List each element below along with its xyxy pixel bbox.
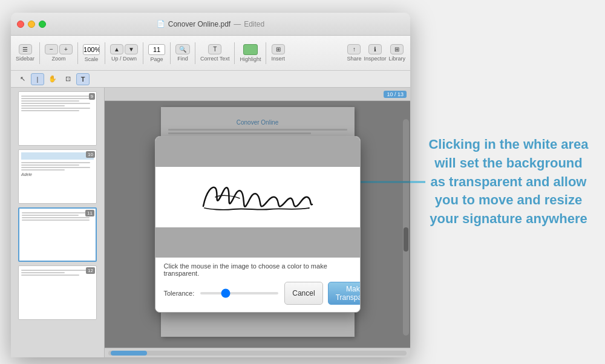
page-badge-10: 10 [86, 151, 95, 158]
inspector-button[interactable]: ℹ [368, 44, 382, 54]
page-badge-11: 11 [85, 210, 94, 216]
dialog-image-top-gray [155, 137, 360, 167]
toolbar-separator-6 [195, 42, 195, 64]
main-toolbar: ☰ Sidebar − + Zoom Scale ▲ ▼ [11, 36, 410, 71]
toolbar-separator-5 [170, 42, 171, 64]
highlight-color-swatch[interactable] [243, 44, 258, 55]
page-badge-9: 9 [89, 93, 95, 100]
dialog-image-white[interactable] [155, 167, 360, 227]
minimize-button[interactable] [28, 21, 35, 28]
page-label: Page [151, 56, 163, 62]
window-title: Conover Online.pdf [168, 20, 231, 28]
horizontal-scrollbar-thumb[interactable] [111, 351, 147, 356]
scale-label: Scale [85, 56, 99, 62]
toolbar-separator-1 [39, 42, 40, 64]
sidebar-label: Sidebar [16, 56, 34, 62]
toolbar-separator-7 [234, 42, 235, 64]
share-button[interactable]: ↑ [347, 44, 361, 54]
prev-page-button[interactable]: ▲ [110, 44, 123, 54]
tolerance-slider[interactable] [200, 292, 278, 294]
traffic-lights [17, 21, 46, 28]
page-number-input[interactable] [148, 44, 165, 55]
dialog-image-area[interactable] [155, 137, 360, 258]
tools-bar: ↖ | ✋ ⊡ T [11, 71, 410, 88]
dialog-image-bottom-gray [155, 227, 360, 258]
sidebar-toolbar-group: ☰ Sidebar [16, 44, 34, 62]
page-indicator: 10 / 13 [384, 91, 407, 98]
inspector-toolbar-group: ℹ Inspector [364, 44, 386, 62]
annotation-tool-button[interactable]: T [76, 73, 90, 85]
zoom-out-button[interactable]: − [45, 44, 58, 54]
dialog-overlay: Click the mouse in the image to choose a… [105, 101, 410, 348]
share-label: Share [347, 56, 361, 62]
correct-text-button[interactable]: T [208, 44, 221, 54]
main-content: 9 Adele 10 [11, 88, 410, 357]
find-label: Find [177, 56, 188, 62]
next-page-button[interactable]: ▼ [125, 44, 138, 54]
make-transparent-button[interactable]: Make Transparent [328, 282, 361, 305]
toolbar-separator-8 [266, 42, 266, 64]
text-cursor-tool-button[interactable]: | [31, 73, 44, 85]
find-toolbar-group: 🔍 Find [175, 44, 190, 62]
correct-text-label: Correct Text [200, 56, 229, 62]
fullscreen-button[interactable] [39, 21, 46, 28]
correct-text-group: T Correct Text [200, 44, 229, 62]
doc-header-bar: 10 / 13 [105, 88, 410, 101]
insert-toolbar-group: ⊞ Insert [271, 44, 285, 62]
tolerance-label: Tolerance: [164, 290, 195, 297]
close-button[interactable] [17, 21, 24, 28]
horizontal-scrollbar[interactable] [108, 351, 407, 356]
insert-button[interactable]: ⊞ [272, 44, 285, 54]
selection-tool-button[interactable]: ↖ [16, 73, 29, 85]
find-button[interactable]: 🔍 [175, 44, 190, 54]
highlight-toolbar-group: Highlight [240, 44, 261, 62]
inspector-label: Inspector [364, 56, 386, 62]
page-thumbnail-12[interactable]: 12 [13, 265, 102, 320]
annotation-text: Clicking in the white area will set the … [428, 135, 589, 229]
share-toolbar-group: ↑ Share [347, 44, 361, 62]
dialog-instruction-text: Click the mouse in the image to choose a… [164, 262, 352, 277]
title-bar: 📄 Conover Online.pdf — Edited [11, 13, 410, 36]
library-button[interactable]: ⊞ [390, 44, 404, 54]
crop-tool-button[interactable]: ⊡ [61, 73, 74, 85]
library-label: Library [388, 56, 405, 62]
zoom-toolbar-group: − + Zoom [45, 44, 73, 62]
page-toolbar-group: Page [148, 44, 165, 62]
window-title-area: 📄 Conover Online.pdf — Edited [157, 20, 264, 28]
dialog-controls-row: Tolerance: Cancel Make Transparent [164, 282, 352, 305]
highlight-label: Highlight [240, 56, 261, 62]
window-subtitle: Edited [244, 20, 264, 28]
toolbar-separator-3 [105, 42, 105, 64]
sidebar-toggle-button[interactable]: ☰ [19, 44, 32, 54]
pan-tool-button[interactable]: ✋ [46, 73, 59, 85]
annotation-area: Clicking in the white area will set the … [410, 123, 598, 241]
insert-label: Insert [271, 56, 285, 62]
dialog-buttons: Cancel Make Transparent [284, 282, 360, 305]
zoom-value-input[interactable] [83, 44, 100, 55]
document-icon: 📄 [157, 20, 165, 28]
updown-toolbar-group: ▲ ▼ Up / Down [110, 44, 138, 62]
page-thumbnail-10[interactable]: Adele 10 [13, 149, 102, 204]
mac-window: 📄 Conover Online.pdf — Edited ☰ Sidebar … [11, 13, 410, 357]
doc-scroll-area[interactable]: Conover Online [105, 101, 410, 348]
toolbar-separator-2 [77, 42, 78, 64]
toolbar-separator-4 [143, 42, 143, 64]
window-edited-label: — [234, 20, 241, 28]
cancel-button[interactable]: Cancel [284, 282, 322, 305]
signature-image [191, 173, 324, 221]
zoom-label: Zoom [52, 56, 66, 62]
bottom-scrollbar-bar [105, 348, 410, 357]
zoom-in-button[interactable]: + [59, 44, 73, 54]
library-toolbar-group: ⊞ Library [388, 44, 405, 62]
page-thumbnail-9[interactable]: 9 [13, 91, 102, 146]
scale-toolbar-group: Scale [83, 44, 100, 62]
make-transparent-dialog: Click the mouse in the image to choose a… [155, 136, 361, 313]
dialog-body: Click the mouse in the image to choose a… [155, 258, 360, 312]
page-thumbnail-sidebar: 9 Adele 10 [11, 88, 105, 357]
updown-label: Up / Down [111, 56, 137, 62]
page-badge-12: 12 [86, 267, 95, 274]
document-area: 10 / 13 Conover Online [105, 88, 410, 357]
page-thumbnail-11[interactable]: 11 [13, 207, 102, 262]
